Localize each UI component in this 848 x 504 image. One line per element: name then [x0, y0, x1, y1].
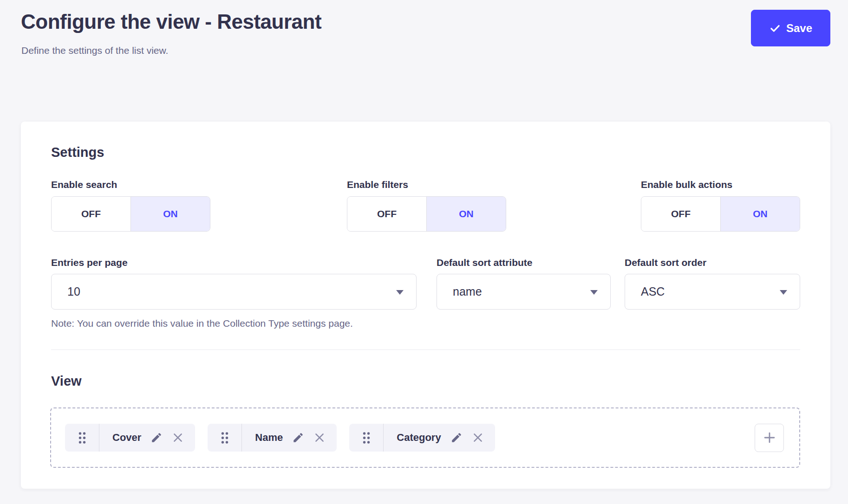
- drag-handle-icon: [78, 432, 86, 444]
- entries-per-page-label: Entries per page: [51, 257, 128, 268]
- view-heading: View: [51, 374, 82, 389]
- drag-handle[interactable]: [208, 424, 242, 452]
- save-button[interactable]: Save: [751, 10, 830, 46]
- default-sort-order-value: ASC: [641, 285, 665, 298]
- enable-search-label: Enable search: [51, 179, 117, 190]
- default-sort-order-label: Default sort order: [625, 257, 706, 268]
- chevron-down-icon: [396, 290, 404, 295]
- enable-bulk-actions-label: Enable bulk actions: [641, 179, 732, 190]
- settings-card: Settings Enable search Enable filters En…: [21, 122, 830, 489]
- drag-handle-icon: [221, 432, 229, 444]
- plus-icon: [763, 431, 776, 444]
- default-sort-order-select[interactable]: ASC: [625, 274, 800, 310]
- entries-per-page-value: 10: [67, 285, 80, 298]
- enable-filters-on-option[interactable]: ON: [427, 197, 506, 231]
- check-icon: [769, 22, 781, 34]
- field-chip-label: Name: [255, 432, 283, 444]
- configure-view-page: Configure the view - Restaurant Define t…: [0, 0, 848, 504]
- drag-handle[interactable]: [349, 424, 384, 452]
- enable-filters-off-option[interactable]: OFF: [347, 197, 427, 231]
- enable-bulk-actions-off-option[interactable]: OFF: [641, 197, 721, 231]
- remove-x-icon[interactable]: [313, 432, 326, 444]
- enable-bulk-actions-toggle[interactable]: OFF ON: [641, 196, 800, 232]
- edit-pencil-icon[interactable]: [292, 432, 304, 444]
- entries-per-page-note: Note: You can override this value in the…: [51, 318, 353, 329]
- enable-bulk-actions-on-option[interactable]: ON: [721, 197, 800, 231]
- chevron-down-icon: [780, 290, 787, 295]
- field-chip-label: Category: [397, 432, 441, 444]
- remove-x-icon[interactable]: [472, 432, 484, 444]
- add-field-button[interactable]: [755, 424, 784, 452]
- edit-pencil-icon[interactable]: [450, 432, 463, 444]
- save-button-label: Save: [786, 22, 812, 35]
- drag-handle-icon: [362, 432, 371, 444]
- default-sort-attribute-label: Default sort attribute: [437, 257, 533, 268]
- enable-filters-toggle[interactable]: OFF ON: [347, 196, 506, 232]
- default-sort-attribute-select[interactable]: name: [437, 274, 611, 310]
- page-title: Configure the view - Restaurant: [21, 10, 321, 33]
- field-chip-name[interactable]: Name: [208, 424, 337, 452]
- page-subtitle: Define the settings of the list view.: [21, 45, 168, 56]
- enable-search-on-option[interactable]: ON: [131, 197, 210, 231]
- enable-search-toggle[interactable]: OFF ON: [51, 196, 210, 232]
- field-chip-cover[interactable]: Cover: [65, 424, 195, 452]
- field-chip-label: Cover: [112, 432, 141, 444]
- edit-pencil-icon[interactable]: [150, 432, 163, 444]
- chevron-down-icon: [590, 290, 598, 295]
- displayed-fields-dropzone: Cover: [50, 407, 800, 468]
- field-chip-category[interactable]: Category: [349, 424, 495, 452]
- enable-filters-label: Enable filters: [347, 179, 408, 190]
- entries-per-page-select[interactable]: 10: [51, 274, 417, 310]
- settings-heading: Settings: [51, 145, 104, 160]
- section-divider: [51, 349, 800, 350]
- default-sort-attribute-value: name: [453, 285, 482, 298]
- enable-search-off-option[interactable]: OFF: [52, 197, 131, 231]
- remove-x-icon[interactable]: [172, 432, 184, 444]
- drag-handle[interactable]: [65, 424, 99, 452]
